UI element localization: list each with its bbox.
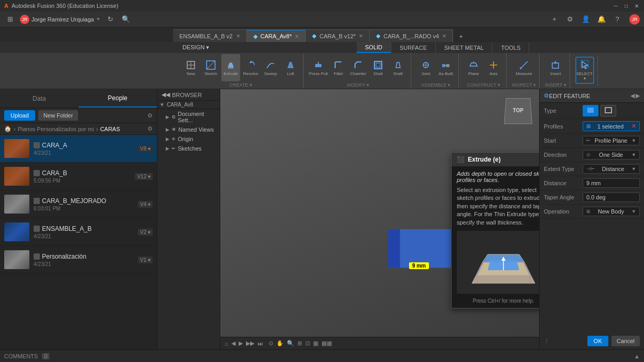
svg-rect-33	[388, 229, 400, 268]
ef-taper-value[interactable]: 0.0 deg	[583, 193, 640, 202]
tab-cara-a[interactable]: ◆ CARA_Av8* ✕	[247, 29, 306, 42]
file-item-ensamble-a-b[interactable]: ENSAMBLE_A_B 4/23/21 V2 ▾	[0, 218, 157, 246]
toolbar-tab-tools[interactable]: TOOLS	[492, 42, 529, 53]
tab-cara-b-rado-close[interactable]: ✕	[442, 33, 446, 39]
select-button[interactable]: SELECT ▾	[575, 57, 594, 84]
browser-item-named-views[interactable]: ▶ 👁 Named Views	[157, 125, 220, 134]
design-dropdown[interactable]: DESIGN ▾	[183, 44, 209, 51]
notifications-icon[interactable]: 🔔	[596, 14, 607, 25]
draft-button[interactable]: Draft	[389, 54, 407, 81]
browser-root-item[interactable]: CARA_Av8	[167, 102, 218, 108]
profile-icon[interactable]: 👤	[580, 14, 592, 25]
ef-start-icon: ⊢	[586, 138, 591, 143]
viewport-grid-icon[interactable]: ⊡	[305, 340, 310, 347]
create-sketch-button[interactable]: Sketch	[201, 54, 220, 81]
grid-icon[interactable]: ⊞	[4, 14, 16, 25]
toolbar-tab-sheet-metal[interactable]: SHEET METAL	[436, 42, 492, 53]
viewport-prev-icon[interactable]: ◀	[231, 340, 235, 347]
tab-cara-b-rado[interactable]: ◆ CARA_B_...RADO v4 ✕	[370, 29, 453, 42]
shell-button[interactable]: Shell	[369, 54, 388, 81]
ef-profiles-clear[interactable]: ✕	[631, 123, 636, 130]
maximize-button[interactable]: □	[623, 3, 629, 9]
plus-icon[interactable]: +	[549, 14, 560, 25]
user-area[interactable]: JR Jorge Ramirez Urquiaga ▼	[20, 15, 100, 24]
browser-expand-sketches: ▶	[166, 146, 169, 151]
comments-expand-icon[interactable]: ▲	[634, 353, 640, 359]
ef-direction-value[interactable]: ⊙ One Side ▼	[583, 150, 640, 159]
panel-tab-people[interactable]: People	[79, 89, 157, 108]
as-built-joint-button[interactable]: As-Built	[436, 54, 455, 81]
ef-expand-icon[interactable]: ▶	[636, 92, 640, 99]
file-item-cara-a[interactable]: CARA_A 4/23/21 V8 ▾	[0, 135, 157, 163]
breadcrumb-current[interactable]: CARAS	[100, 126, 120, 132]
browser-expand-icon[interactable]: ◀◀	[162, 91, 170, 98]
new-component-button[interactable]: New	[181, 54, 200, 81]
offset-plane-button[interactable]: Plane	[464, 54, 483, 81]
browser-collapse-all[interactable]: ▼	[159, 102, 165, 108]
viewport-zoom-icon[interactable]: 🔍	[287, 340, 294, 347]
browser-named-label: Named Views	[178, 126, 214, 133]
toolbar-tab-solid[interactable]: SOLID	[357, 42, 391, 53]
viewport-pan-icon[interactable]: ✋	[276, 340, 284, 347]
search-icon[interactable]: 🔍	[120, 14, 132, 25]
loft-button[interactable]: Loft	[281, 54, 300, 81]
ef-collapse-icon[interactable]: ◀	[630, 92, 635, 99]
viewport-play-icon[interactable]: ▶	[239, 340, 243, 347]
viewport-fit-icon[interactable]: ⊞	[297, 340, 302, 347]
revolve-button[interactable]: Revolve	[241, 54, 260, 81]
browser-item-doc-settings[interactable]: ▶ ⚙ Document Sett...	[157, 109, 220, 125]
settings-icon[interactable]: ⚙	[564, 14, 576, 25]
close-button[interactable]: ✕	[634, 3, 640, 9]
viewport-render-icon[interactable]: ▦▦	[321, 340, 332, 347]
viewport-orbit-icon[interactable]: ⊙	[269, 340, 273, 347]
cancel-button[interactable]: Cancel	[611, 336, 640, 346]
insert-button[interactable]: Insert	[546, 54, 565, 81]
browser-item-sketches[interactable]: ▶ ✏ Sketches	[157, 144, 220, 153]
ef-profiles-value[interactable]: ⊞ 1 selected ✕	[583, 121, 640, 131]
refresh-icon[interactable]: ↻	[104, 14, 116, 25]
file-item-cara-b[interactable]: CARA_B 5:09:56 PM V12 ▾	[0, 163, 157, 190]
chamfer-button[interactable]: Chamfer	[349, 54, 368, 81]
upload-button[interactable]: Upload	[4, 110, 35, 121]
sweep-button[interactable]: Sweep	[261, 54, 280, 81]
tab-ensamble-close[interactable]: ✕	[236, 33, 240, 39]
measure-button[interactable]: Measure	[514, 54, 533, 81]
more-options-icon[interactable]: ⋮	[544, 338, 550, 345]
viewport-home-icon[interactable]: ⌂	[224, 340, 228, 347]
ef-type-solid-btn[interactable]	[583, 105, 598, 116]
ef-operation-value[interactable]: ⊞ New Body ▼	[583, 207, 640, 216]
ok-button[interactable]: OK	[587, 336, 608, 346]
file-thumb	[4, 167, 29, 186]
help-icon[interactable]: ?	[611, 14, 623, 25]
add-tab-button[interactable]: +	[455, 30, 467, 42]
viewport-end-icon[interactable]: ⏭	[257, 340, 263, 347]
fillet-button[interactable]: Fillet	[329, 54, 348, 81]
axis-button[interactable]: Axis	[484, 54, 503, 81]
panel-tab-data[interactable]: Data	[0, 89, 79, 108]
file-item-cara-b-mejorado[interactable]: CARA_B_MEJORADO 6:03:01 PM V4 ▾	[0, 190, 157, 218]
ef-type-thin-btn[interactable]	[600, 105, 616, 116]
new-folder-button[interactable]: New Folder	[38, 110, 78, 121]
ef-start-value[interactable]: ⊢ Profile Plane ▼	[583, 136, 640, 145]
viewport-display-icon[interactable]: ▦	[313, 340, 318, 347]
minimize-button[interactable]: ─	[613, 3, 619, 9]
home-icon[interactable]: 🏠	[4, 125, 12, 132]
breadcrumb-folder[interactable]: Planos Personalizados por mi	[18, 126, 94, 132]
viewport[interactable]: 9.00 9 mm ⬛ Extrude (e) Adds depth to op…	[220, 89, 539, 349]
nav-cube[interactable]: TOP	[505, 97, 531, 123]
ef-extent-value[interactable]: ⊣⊢ Distance ▼	[583, 164, 640, 174]
panel-settings-icon[interactable]: ⚙	[147, 112, 153, 119]
tab-cara-a-close[interactable]: ✕	[295, 34, 299, 39]
extrude-button[interactable]: Extrude	[221, 54, 240, 81]
ef-distance-value[interactable]: 9 mm	[583, 178, 640, 188]
browser-item-origin[interactable]: ▶ ✛ Origin	[157, 134, 220, 144]
breadcrumb-settings-icon[interactable]: ⚙	[147, 125, 153, 132]
press-pull-button[interactable]: Press Pull	[309, 54, 328, 81]
viewport-next-icon[interactable]: ▶▶	[246, 340, 254, 347]
tab-cara-b[interactable]: ◆ CARA_B v12* ✕	[306, 29, 370, 42]
joint-button[interactable]: Joint	[416, 54, 435, 81]
tab-cara-b-close[interactable]: ✕	[359, 33, 363, 39]
file-item-personalización[interactable]: Personalización 4/23/21 V1 ▾	[0, 246, 157, 274]
toolbar-tab-surface[interactable]: SURFACE	[391, 42, 436, 53]
tab-ensamble[interactable]: ENSAMBLE_A_B v2 ✕	[173, 29, 247, 42]
